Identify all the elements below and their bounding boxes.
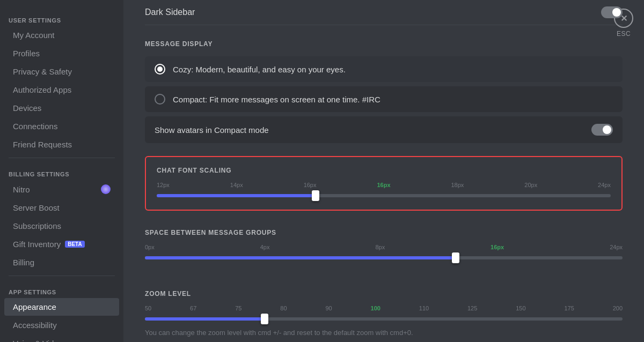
radio-cozy-circle (155, 64, 165, 75)
sidebar-item-label-my-account: My Account (13, 31, 55, 40)
sidebar-item-appearance[interactable]: Appearance (4, 298, 119, 316)
space-slider-track (145, 256, 623, 259)
sidebar-item-label-privacy-safety: Privacy & Safety (13, 67, 72, 76)
tick-16px-active: 16px (377, 182, 390, 188)
radio-compact-circle (155, 94, 165, 105)
zoom-tick-50: 50 (145, 305, 151, 311)
sidebar-item-label-subscriptions: Subscriptions (13, 221, 61, 231)
radio-cozy-label: Cozy: Modern, beautiful, and easy on you… (173, 65, 346, 74)
space-tick-24px: 24px (610, 244, 623, 250)
zoom-tick-125: 125 (467, 305, 477, 311)
zoom-tick-75: 75 (235, 305, 241, 311)
nitro-icon (101, 184, 111, 194)
sidebar-item-subscriptions[interactable]: Subscriptions (4, 217, 119, 235)
space-between-groups-section: Space Between Message Groups 0px 4px 8px… (145, 219, 623, 272)
zoom-slider-track (145, 317, 623, 321)
zoom-level-slider[interactable] (145, 314, 623, 324)
sidebar-item-label-accessibility: Accessibility (13, 321, 57, 330)
slider-fill (157, 194, 316, 197)
space-slider-fill (145, 256, 456, 259)
sidebar-item-privacy-safety[interactable]: Privacy & Safety (4, 63, 119, 80)
sidebar-item-label-profiles: Profiles (13, 49, 40, 58)
slider-track (157, 194, 611, 197)
space-tick-4px: 4px (260, 244, 270, 250)
tick-14px: 14px (230, 182, 243, 188)
chat-font-scaling-ticks: 12px 14px 16px 16px 18px 20px 24px (157, 182, 611, 188)
sidebar-item-label-nitro: Nitro (13, 185, 30, 194)
sidebar-section-0: User Settings (0, 9, 123, 26)
sidebar-item-label-friend-requests: Friend Requests (13, 140, 72, 149)
esc-label: ESC (617, 30, 631, 38)
sidebar-item-gift-inventory[interactable]: Gift InventoryBETA (4, 235, 119, 253)
message-display-header: Message Display (145, 40, 623, 48)
space-ticks: 0px 4px 8px 16px 24px (145, 244, 623, 250)
space-tick-0px: 0px (145, 244, 155, 250)
sidebar-item-devices[interactable]: Devices (4, 99, 119, 117)
sidebar-item-label-connections: Connections (13, 122, 57, 131)
zoom-tick-110: 110 (419, 305, 429, 311)
zoom-tick-90: 90 (325, 305, 332, 311)
zoom-tick-100: 100 (371, 305, 380, 311)
show-avatars-toggle[interactable] (591, 124, 613, 136)
radio-cozy[interactable]: Cozy: Modern, beautiful, and easy on you… (145, 56, 623, 82)
tick-24px: 24px (598, 182, 611, 188)
sidebar-divider-0 (9, 158, 115, 158)
show-avatars-label: Show avatars in Compact mode (155, 125, 269, 135)
sidebar-item-my-account[interactable]: My Account (4, 26, 119, 44)
zoom-level-section: Zoom Level 50 67 75 80 90 100 110 125 15… (145, 280, 623, 342)
tick-20px: 20px (524, 182, 537, 188)
sidebar-item-voice-video[interactable]: Voice & Video (4, 334, 119, 342)
sidebar-item-friend-requests[interactable]: Friend Requests (4, 136, 119, 153)
chat-font-scaling-slider[interactable] (157, 190, 611, 201)
chat-font-scaling-section: Chat Font Scaling 12px 14px 16px 16px 18… (145, 156, 623, 211)
sidebar-item-authorized-apps[interactable]: Authorized Apps (4, 81, 119, 99)
sidebar-item-label-server-boost: Server Boost (13, 203, 60, 212)
tick-18px: 18px (451, 182, 464, 188)
sidebar-item-connections[interactable]: Connections (4, 117, 119, 135)
zoom-tick-175: 175 (564, 305, 574, 311)
dark-sidebar-label: Dark Sidebar (145, 8, 195, 17)
sidebar-item-label-voice-video: Voice & Video (13, 339, 63, 342)
dark-sidebar-row: Dark Sidebar (145, 0, 623, 25)
zoom-slider-thumb[interactable] (261, 314, 268, 324)
space-tick-8px: 8px (375, 244, 385, 250)
sidebar-item-label-authorized-apps: Authorized Apps (13, 85, 71, 94)
tick-16px: 16px (304, 182, 317, 188)
sidebar-item-label-gift-inventory: Gift Inventory (13, 240, 61, 249)
radio-compact-label: Compact: Fit more messages on screen at … (173, 95, 380, 104)
slider-thumb[interactable] (312, 190, 319, 201)
show-avatars-row: Show avatars in Compact mode (145, 116, 623, 143)
sidebar-section-1: Billing Settings (0, 162, 123, 180)
sidebar-item-profiles[interactable]: Profiles (4, 44, 119, 62)
radio-compact[interactable]: Compact: Fit more messages on screen at … (145, 86, 623, 112)
sidebar-section-2: App Settings (0, 280, 123, 298)
sidebar-item-accessibility[interactable]: Accessibility (4, 316, 119, 334)
sidebar: User SettingsMy AccountProfilesPrivacy &… (0, 0, 123, 342)
zoom-hint: You can change the zoom level with cmd +… (145, 329, 623, 337)
zoom-tick-200: 200 (613, 305, 623, 311)
zoom-ticks: 50 67 75 80 90 100 110 125 150 175 200 (145, 305, 623, 311)
zoom-slider-fill (145, 317, 265, 321)
chat-font-scaling-title: Chat Font Scaling (157, 167, 611, 174)
sidebar-item-nitro[interactable]: Nitro (4, 180, 119, 198)
space-tick-16px: 16px (491, 244, 504, 250)
space-between-groups-title: Space Between Message Groups (145, 229, 623, 236)
space-between-groups-slider[interactable] (145, 252, 623, 263)
tick-12px: 12px (157, 182, 170, 188)
zoom-tick-67: 67 (190, 305, 196, 311)
main-content: ✕ ESC Dark Sidebar Message Display Cozy:… (123, 0, 644, 342)
space-slider-thumb[interactable] (452, 252, 459, 263)
sidebar-item-server-boost[interactable]: Server Boost (4, 199, 119, 217)
sidebar-item-label-billing: Billing (13, 258, 34, 267)
dark-sidebar-toggle[interactable] (601, 6, 623, 18)
zoom-tick-150: 150 (516, 305, 525, 311)
sidebar-badge-gift-inventory: BETA (65, 241, 84, 248)
zoom-level-title: Zoom Level (145, 290, 623, 298)
zoom-tick-80: 80 (280, 305, 287, 311)
sidebar-item-label-appearance: Appearance (13, 302, 56, 311)
sidebar-item-billing[interactable]: Billing (4, 254, 119, 271)
sidebar-divider-1 (9, 276, 115, 276)
sidebar-item-label-devices: Devices (13, 103, 41, 113)
